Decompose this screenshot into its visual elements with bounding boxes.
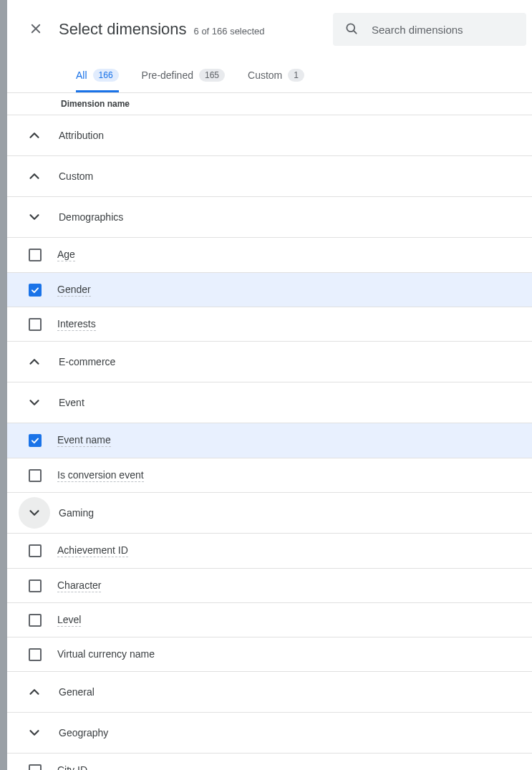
dimension-item[interactable]: Achievement ID (7, 534, 532, 568)
dimension-item[interactable]: Level (7, 602, 532, 637)
checkbox[interactable] (29, 434, 42, 447)
checkbox[interactable] (29, 318, 42, 331)
checkbox[interactable] (29, 614, 42, 627)
search-icon (344, 21, 359, 38)
column-header-dimension-name: Dimension name (7, 93, 532, 115)
dimension-label: Virtual currency name (57, 648, 155, 660)
close-icon (29, 22, 42, 37)
tab-label: Pre-defined (142, 69, 193, 81)
tab-count-badge: 166 (93, 69, 119, 82)
tab-pre-defined[interactable]: Pre-defined165 (142, 59, 225, 92)
tab-count-badge: 165 (199, 69, 225, 82)
dimension-item[interactable]: Interests (7, 307, 532, 341)
dimension-label: Age (57, 249, 75, 261)
category-custom[interactable]: Custom (7, 156, 532, 196)
dimension-label: Interests (57, 318, 96, 331)
category-label: Gaming (59, 507, 94, 519)
tab-all[interactable]: All166 (76, 59, 119, 92)
category-label: Demographics (59, 211, 123, 223)
chevron-up-icon (26, 127, 43, 144)
category-geography[interactable]: Geography (7, 713, 532, 753)
tab-custom[interactable]: Custom1 (248, 59, 304, 92)
search-field[interactable] (333, 13, 526, 46)
chevron-up-icon (26, 168, 43, 185)
checkbox[interactable] (29, 764, 42, 770)
close-button[interactable] (27, 21, 44, 38)
tab-label: All (76, 69, 87, 81)
dimension-item[interactable]: Virtual currency name (7, 637, 532, 671)
dimension-label: Gender (57, 284, 91, 297)
checkbox[interactable] (29, 469, 42, 482)
chevron-down-icon (26, 394, 43, 411)
category-label: E-commerce (59, 356, 115, 367)
dimension-label: Is conversion event (57, 469, 144, 482)
checkbox[interactable] (29, 284, 42, 297)
chevron-up-icon (26, 353, 43, 370)
category-label: Geography (59, 727, 108, 738)
dimension-label: Level (57, 614, 81, 627)
dialog-header: Select dimensions 6 of 166 selected (7, 0, 532, 59)
category-label: Custom (59, 170, 93, 182)
category-gaming[interactable]: Gaming (7, 493, 532, 533)
dimension-item[interactable]: Character (7, 568, 532, 602)
category-label: Event (59, 397, 84, 408)
chevron-down-icon (26, 208, 43, 226)
dimension-label: Character (57, 579, 101, 592)
search-input[interactable] (370, 23, 515, 37)
category-label: Attribution (59, 130, 104, 141)
checkbox[interactable] (29, 249, 42, 261)
dimension-item[interactable]: City ID (7, 754, 532, 770)
dimension-label: Event name (57, 434, 111, 447)
category-event[interactable]: Event (7, 382, 532, 423)
checkbox[interactable] (29, 544, 42, 557)
tab-label: Custom (248, 69, 282, 81)
dimension-item[interactable]: Age (7, 238, 532, 272)
selection-count: 6 of 166 selected (194, 26, 265, 37)
category-label: General (59, 686, 95, 698)
tab-count-badge: 1 (288, 69, 304, 82)
chevron-down-icon (19, 497, 50, 529)
tabs: All166Pre-defined165Custom1 (7, 59, 532, 93)
dialog-title: Select dimensions (59, 20, 187, 39)
category-attribution[interactable]: Attribution (7, 115, 532, 155)
chevron-down-icon (26, 724, 43, 741)
dimension-item[interactable]: Event name (7, 423, 532, 458)
category-general[interactable]: General (7, 672, 532, 712)
checkbox[interactable] (29, 648, 42, 661)
chevron-up-icon (26, 683, 43, 701)
checkbox[interactable] (29, 579, 42, 592)
category-demographics[interactable]: Demographics (7, 197, 532, 237)
dimension-item[interactable]: Is conversion event (7, 458, 532, 492)
category-e-commerce[interactable]: E-commerce (7, 342, 532, 382)
dimension-list: AttributionCustomDemographicsAgeGenderIn… (7, 115, 532, 770)
dimension-item[interactable]: Gender (7, 272, 532, 307)
dimension-label: Achievement ID (57, 544, 128, 557)
dimension-label: City ID (57, 764, 87, 770)
